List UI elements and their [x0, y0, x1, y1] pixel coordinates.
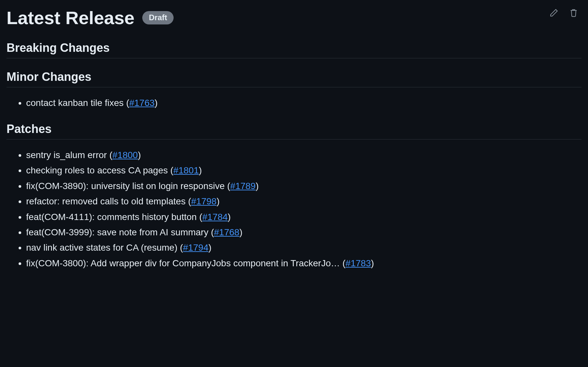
paren-close: )	[240, 227, 242, 237]
list-item: refactor: removed calls to old templates…	[26, 194, 581, 209]
list-item: fix(COM-3800): Add wrapper div for Compa…	[26, 256, 581, 271]
paren-open: (	[211, 227, 214, 237]
paren-close: )	[155, 98, 158, 108]
change-text: refactor: removed calls to old templates	[26, 196, 186, 206]
change-link[interactable]: #1800	[113, 150, 138, 160]
list-item: sentry is_alum error (#1800)	[26, 147, 581, 163]
delete-button[interactable]	[568, 8, 579, 18]
patches-list: sentry is_alum error (#1800) checking ro…	[7, 147, 581, 271]
change-link[interactable]: #1784	[202, 212, 228, 222]
edit-button[interactable]	[549, 8, 559, 18]
paren-close: )	[228, 212, 231, 222]
change-link[interactable]: #1783	[346, 258, 371, 268]
change-link[interactable]: #1798	[191, 196, 217, 206]
change-text: nav link active states for CA (resume)	[26, 242, 178, 253]
section-title-patches: Patches	[7, 122, 581, 139]
list-item: nav link active states for CA (resume) (…	[26, 240, 581, 255]
header-actions	[549, 8, 579, 18]
section-patches: Patches sentry is_alum error (#1800) che…	[7, 122, 581, 271]
paren-open: (	[126, 98, 129, 108]
list-item: contact kanban tile fixes (#1763)	[26, 95, 581, 110]
header-row: Latest Release Draft	[7, 8, 581, 28]
change-link[interactable]: #1801	[173, 165, 199, 175]
trash-icon	[569, 8, 578, 18]
pencil-icon	[549, 8, 559, 18]
paren-open: (	[227, 181, 230, 191]
change-link[interactable]: #1763	[129, 98, 155, 108]
paren-close: )	[199, 165, 202, 175]
section-minor-changes: Minor Changes contact kanban tile fixes …	[7, 70, 581, 110]
page-title: Latest Release	[7, 8, 134, 28]
change-text: sentry is_alum error	[26, 150, 107, 160]
minor-changes-list: contact kanban tile fixes (#1763)	[7, 95, 581, 110]
paren-open: (	[199, 212, 202, 222]
status-badge: Draft	[142, 11, 174, 24]
paren-close: )	[138, 150, 141, 160]
change-text: feat(COM-3999): save note from AI summar…	[26, 227, 209, 237]
paren-close: )	[217, 196, 220, 206]
list-item: feat(COM-4111): comments history button …	[26, 209, 581, 225]
change-link[interactable]: #1768	[214, 227, 240, 237]
paren-close: )	[209, 242, 211, 253]
paren-open: (	[343, 258, 346, 268]
section-title-breaking: Breaking Changes	[7, 41, 581, 58]
change-text: fix(COM-3890): university list on login …	[26, 181, 224, 191]
change-text: checking roles to access CA pages	[26, 165, 168, 175]
change-text: feat(COM-4111): comments history button	[26, 212, 197, 222]
paren-close: )	[371, 258, 374, 268]
change-link[interactable]: #1789	[230, 181, 256, 191]
change-text: contact kanban tile fixes	[26, 98, 124, 108]
change-text: fix(COM-3800): Add wrapper div for Compa…	[26, 258, 340, 268]
change-link[interactable]: #1794	[183, 242, 209, 253]
list-item: checking roles to access CA pages (#1801…	[26, 163, 581, 178]
paren-open: (	[188, 196, 191, 206]
paren-open: (	[109, 150, 112, 160]
section-title-minor: Minor Changes	[7, 70, 581, 87]
section-breaking-changes: Breaking Changes	[7, 41, 581, 58]
release-notes-container: Latest Release Draft Breaking Changes	[0, 0, 588, 296]
list-item: feat(COM-3999): save note from AI summar…	[26, 225, 581, 240]
paren-open: (	[170, 165, 173, 175]
list-item: fix(COM-3890): university list on login …	[26, 178, 581, 194]
paren-open: (	[180, 242, 183, 253]
paren-close: )	[255, 181, 258, 191]
